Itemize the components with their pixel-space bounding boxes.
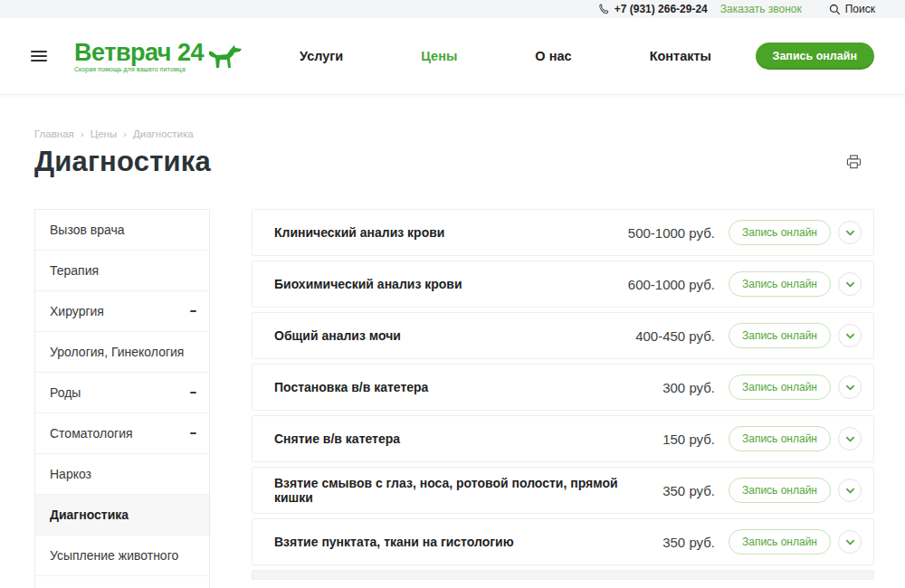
breadcrumb: Главная › Цены › Диагностика [34, 128, 905, 139]
menu-icon[interactable] [31, 51, 47, 62]
phone-number: +7 (931) 266-29-24 [614, 3, 708, 15]
chevron-down-icon [845, 434, 855, 444]
dog-icon [207, 43, 243, 72]
site-header: Ветврач 24 Скорая помощь для вашего пито… [0, 18, 905, 95]
book-online-button[interactable]: Запись онлайн [729, 271, 831, 297]
book-online-button[interactable]: Запись онлайн [729, 529, 831, 555]
sidebar-item-usyplenie[interactable]: Усыпление животного [35, 536, 209, 576]
sidebar-item-rody[interactable]: Роды [35, 373, 209, 413]
breadcrumb-current: Диагностика [133, 128, 194, 139]
callback-link[interactable]: Заказать звонок [720, 3, 802, 15]
service-price: 400-450 руб. [635, 328, 715, 344]
collapse-indicator-icon [190, 392, 196, 394]
price-row: Снятие в/в катетера 150 руб. Запись онла… [252, 415, 874, 462]
page-title: Диагностика [34, 146, 211, 178]
service-name: Взятие смывов с глаз, носа, ротовой поло… [274, 476, 662, 505]
chevron-down-icon [845, 537, 855, 547]
sidebar-item-label: Урология, Гинекология [50, 344, 184, 360]
service-price: 150 руб. [662, 432, 715, 447]
logo-title: Ветврач 24 [74, 41, 204, 64]
expand-row-button[interactable] [838, 530, 862, 554]
sidebar-item-diagnostika[interactable]: Диагностика [35, 495, 209, 536]
sidebar-item-khirurgiya[interactable]: Хирургия [35, 291, 209, 332]
nav-prices[interactable]: Цены [421, 49, 457, 63]
nav-services[interactable]: Услуги [300, 49, 343, 63]
sidebar-item-label: Усыпление животного [50, 547, 178, 564]
logo[interactable]: Ветврач 24 Скорая помощь для вашего пито… [74, 40, 243, 72]
service-name: Постановка в/в катетера [274, 380, 662, 394]
price-row: Клинический анализ крови 500-1000 руб. З… [252, 209, 874, 256]
logo-tagline: Скорая помощь для вашего питомца [74, 66, 204, 72]
breadcrumb-home[interactable]: Главная [34, 128, 74, 139]
service-price: 350 руб. [662, 483, 715, 498]
top-utility-bar: +7 (931) 266-29-24 Заказать звонок Поиск [0, 0, 905, 18]
search-label: Поиск [845, 3, 875, 15]
expand-row-button[interactable] [838, 427, 862, 450]
phone-icon [598, 4, 609, 14]
category-sidebar: Вызов врача Терапия Хирургия Урология, Г… [34, 209, 210, 588]
nav-about[interactable]: О нас [535, 49, 571, 63]
service-price: 600-1000 руб. [628, 277, 715, 292]
price-row: Взятие пунктата, ткани на гистологию 350… [252, 518, 874, 565]
sidebar-item-vyzov-vracha[interactable]: Вызов врача [35, 210, 209, 251]
sidebar-item-urologiya[interactable]: Урология, Гинекология [35, 332, 209, 373]
breadcrumb-separator: › [81, 128, 84, 139]
breadcrumb-prices[interactable]: Цены [90, 128, 118, 139]
service-price: 500-1000 руб. [628, 225, 715, 241]
sidebar-item-label: Роды [50, 384, 81, 401]
expand-row-button[interactable] [838, 221, 862, 244]
print-button[interactable] [846, 155, 862, 169]
print-icon [846, 155, 862, 169]
service-name: Снятие в/в катетера [274, 432, 662, 446]
expand-row-button[interactable] [838, 375, 862, 399]
service-name: Общий анализ мочи [274, 328, 635, 343]
book-online-button[interactable]: Запись онлайн [729, 426, 831, 451]
price-row: Биохимический анализ крови 600-1000 руб.… [252, 261, 874, 308]
nav-contacts[interactable]: Контакты [650, 49, 711, 63]
chevron-down-icon [845, 228, 855, 238]
chevron-down-icon [845, 486, 855, 496]
expand-row-button[interactable] [838, 272, 862, 296]
sidebar-item-terapiya[interactable]: Терапия [35, 251, 209, 291]
price-row: Постановка в/в катетера 300 руб. Запись … [252, 364, 874, 411]
sidebar-item-label: Стоматология [50, 425, 133, 441]
price-row-partial [252, 570, 874, 580]
book-online-button[interactable]: Запись онлайн [729, 478, 831, 503]
collapse-indicator-icon [190, 310, 196, 312]
service-name: Взятие пунктата, ткани на гистологию [274, 535, 662, 549]
book-online-header-button[interactable]: Запись онлайн [756, 43, 874, 70]
sidebar-item-stomatologiya[interactable]: Стоматология [35, 413, 209, 454]
price-list: Клинический анализ крови 500-1000 руб. З… [252, 209, 874, 580]
sidebar-item-label: Хирургия [50, 303, 104, 319]
phone-link[interactable]: +7 (931) 266-29-24 [598, 3, 708, 15]
book-online-button[interactable]: Запись онлайн [729, 323, 831, 348]
search-icon [829, 4, 841, 15]
price-row: Взятие смывов с глаз, носа, ротовой поло… [252, 467, 874, 514]
service-name: Биохимический анализ крови [274, 277, 628, 291]
chevron-down-icon [845, 383, 855, 393]
chevron-down-icon [845, 331, 855, 341]
sidebar-item-narkoz[interactable]: Наркоз [35, 454, 209, 495]
expand-row-button[interactable] [838, 324, 862, 347]
service-price: 350 руб. [662, 535, 715, 550]
main-nav: Услуги Цены О нас Контакты [300, 49, 711, 63]
breadcrumb-separator: › [123, 128, 127, 139]
sidebar-item-kremaciya[interactable]: Кремация животного (после нашей эвтанази… [35, 576, 209, 588]
sidebar-item-label: Наркоз [50, 466, 91, 482]
sidebar-item-label: Терапия [50, 262, 99, 279]
expand-row-button[interactable] [838, 479, 862, 502]
service-price: 300 руб. [662, 380, 715, 395]
search-link[interactable]: Поиск [829, 3, 875, 15]
sidebar-item-label: Вызов врача [50, 222, 125, 238]
book-online-button[interactable]: Запись онлайн [729, 375, 831, 400]
price-row: Общий анализ мочи 400-450 руб. Запись он… [252, 312, 874, 359]
service-name: Клинический анализ крови [274, 225, 628, 240]
collapse-indicator-icon [190, 432, 196, 434]
book-online-button[interactable]: Запись онлайн [729, 220, 831, 245]
chevron-down-icon [845, 280, 855, 289]
sidebar-item-label: Диагностика [50, 507, 129, 523]
